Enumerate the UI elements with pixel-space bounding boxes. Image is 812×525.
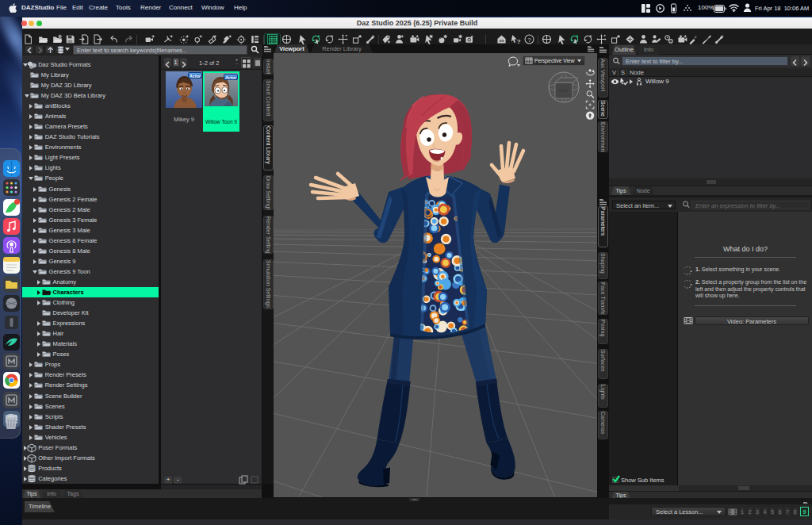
svg-text:DS: DS [500,39,504,43]
svg-text:?: ? [528,36,531,44]
svg-text:Front: Front [559,89,568,93]
svg-text:Perspective View: Perspective View [534,58,575,64]
svg-text:?: ? [517,38,521,44]
